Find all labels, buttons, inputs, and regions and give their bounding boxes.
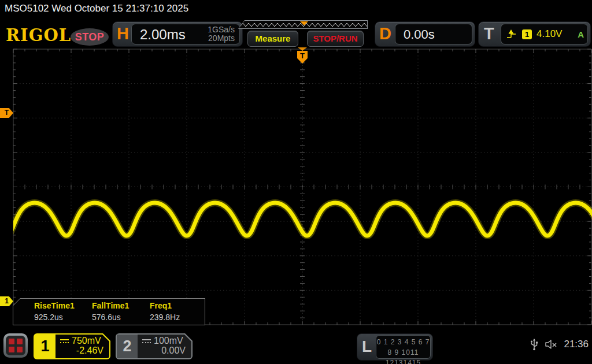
measurement-item: RiseTime1 925.2us	[34, 301, 92, 322]
channel2-scale: 100mV	[154, 336, 183, 346]
logic-analyzer-box[interactable]: L 0 1 2 3 4 5 6 7 8 9 1011 12131415	[357, 333, 433, 361]
measurement-panel-inner: RiseTime1 925.2us FallTime1 576.6us Freq…	[13, 299, 205, 325]
digital-row2: 8 9 1011 12131415	[376, 347, 430, 364]
logic-analyzer-label: L	[362, 337, 372, 356]
clock: 21:36	[564, 339, 589, 350]
channel2-number: 2	[117, 335, 138, 358]
dc-coupling-icon	[142, 339, 151, 344]
channel1-scale: 750mV	[72, 336, 101, 346]
measurement-item: FallTime1 576.6us	[92, 301, 150, 322]
speaker-muted-icon[interactable]	[544, 339, 558, 350]
grid-icon	[6, 336, 25, 355]
measurement-label: FallTime1	[92, 301, 150, 310]
channel1-status-box[interactable]: 1 750mV -2.46V	[34, 333, 110, 359]
measurement-value: 239.8Hz	[150, 313, 208, 322]
measurement-label: RiseTime1	[34, 301, 92, 310]
measurement-panel[interactable]: RiseTime1 925.2us FallTime1 576.6us Freq…	[13, 298, 205, 325]
oscilloscope-screen: MSO5102 Wed October 15 21:37:10 2025 RIG…	[0, 0, 592, 364]
channel1-offset: -2.46V	[56, 346, 109, 356]
measurement-value: 576.6us	[92, 313, 150, 322]
digital-channels: 0 1 2 3 4 5 6 7 8 9 1011 12131415	[376, 335, 431, 359]
trigger-position-tip	[298, 47, 307, 51]
digital-row1: 0 1 2 3 4 5 6 7	[376, 337, 430, 347]
channel1-number: 1	[35, 335, 56, 358]
measurement-item: Freq1 239.8Hz	[150, 301, 208, 322]
dc-coupling-icon	[60, 339, 69, 344]
measurement-value: 925.2us	[34, 313, 92, 322]
usb-icon	[530, 338, 538, 351]
measurement-label: Freq1	[150, 301, 208, 310]
multi-window-button[interactable]	[3, 333, 28, 358]
channel2-offset: 0.00V	[138, 346, 191, 356]
channel2-status-box[interactable]: 2 100mV 0.00V	[116, 333, 193, 359]
